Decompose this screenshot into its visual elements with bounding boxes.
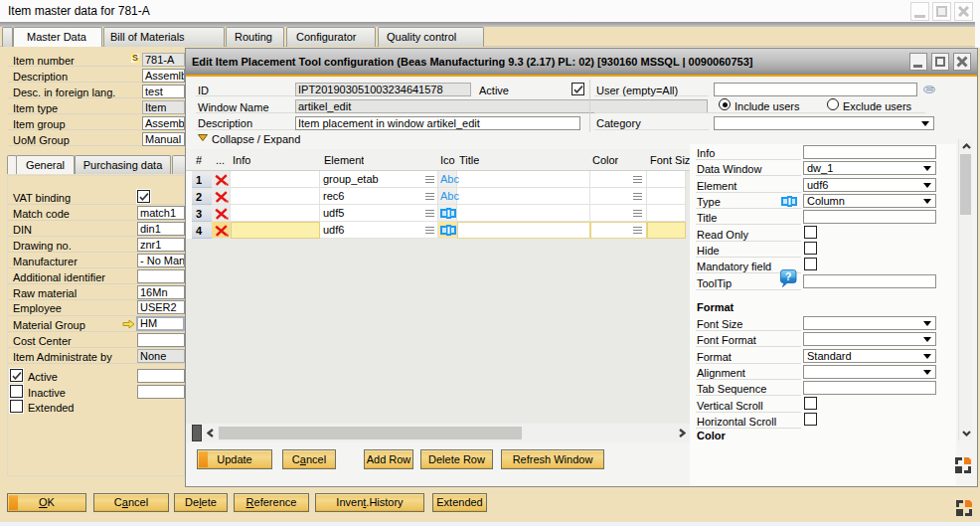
svg-text:?: ? xyxy=(785,270,792,282)
